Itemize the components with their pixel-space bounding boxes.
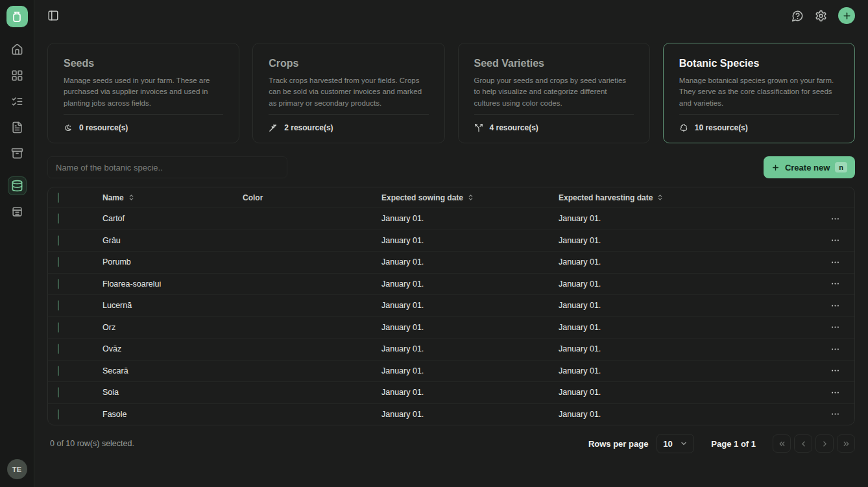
row-sowing-date: January 01. [381,323,559,332]
help-chat-icon[interactable] [791,10,804,22]
row-checkbox[interactable] [58,322,59,333]
row-name: Porumb [102,257,243,267]
select-all-checkbox[interactable] [58,193,59,203]
card-count: 10 resource(s) [695,123,748,132]
card-crops[interactable]: Crops Track crops harvested from your fi… [252,43,444,143]
row-actions-button[interactable] [829,343,841,355]
row-checkbox[interactable] [58,409,59,420]
home-icon[interactable] [8,40,27,59]
chevron-down-icon [680,440,688,447]
sort-icon [467,194,474,201]
storage-box-icon[interactable] [8,202,27,221]
ellipsis-icon [830,344,840,354]
topbar-actions [791,7,855,24]
row-harvesting-date: January 01. [559,366,818,375]
database-icon[interactable] [8,176,27,195]
row-checkbox[interactable] [58,366,59,376]
row-harvesting-date: January 01. [559,410,818,419]
row-checkbox[interactable] [58,279,59,289]
row-checkbox[interactable] [58,300,59,311]
first-page-button[interactable] [773,434,791,453]
rows-per-page-label: Rows per page [588,439,648,449]
last-page-button[interactable] [837,434,855,453]
row-harvesting-date: January 01. [559,323,818,332]
card-description: Manage botanical species grown on your f… [679,75,839,109]
ellipsis-icon [830,214,840,224]
row-name: Ovăz [102,344,243,353]
chevron-left-icon [799,440,808,448]
row-sowing-date: January 01. [381,344,559,353]
row-checkbox[interactable] [58,344,59,354]
row-checkbox[interactable] [58,257,59,267]
create-new-button[interactable]: Create new n [764,156,855,178]
table-row: Fasole January 01. January 01. [48,403,854,425]
row-actions-button[interactable] [829,364,841,377]
row-checkbox[interactable] [58,213,59,224]
app-logo-jar-icon[interactable] [6,6,28,27]
plus-icon [842,11,852,21]
table-row: Orz January 01. January 01. [48,316,854,339]
row-actions-button[interactable] [829,300,841,312]
card-botanic-species[interactable]: Botanic Species Manage botanical species… [663,43,855,143]
table-row: Secară January 01. January 01. [48,360,854,382]
tree-icon [679,123,688,132]
user-avatar[interactable]: TE [7,459,27,479]
table-row: Porumb January 01. January 01. [48,251,854,273]
column-header-name[interactable]: Name [102,193,243,202]
gear-icon[interactable] [815,10,827,22]
row-harvesting-date: January 01. [559,214,818,223]
previous-page-button[interactable] [794,434,812,453]
document-icon[interactable] [8,118,27,137]
card-description: Manage seeds used in your farm. These ar… [64,75,223,109]
card-seed-varieties[interactable]: Seed Varieties Group your seeds and crop… [458,43,650,143]
row-harvesting-date: January 01. [559,344,818,353]
pagination [773,434,855,453]
sidebar-toggle-icon[interactable] [47,10,59,21]
row-sowing-date: January 01. [381,236,559,245]
row-sowing-date: January 01. [381,366,559,375]
card-title: Seed Varieties [474,58,634,69]
split-branch-icon [474,123,483,132]
row-name: Fasole [102,410,243,419]
column-header-harvesting-date[interactable]: Expected harvesting date [559,193,818,202]
chevrons-right-icon [842,440,850,448]
page-indicator: Page 1 of 1 [711,439,756,449]
row-checkbox[interactable] [58,387,59,398]
seeds-icon [64,123,73,132]
quick-add-button[interactable] [838,7,855,24]
card-count: 0 resource(s) [79,123,128,132]
row-actions-button[interactable] [829,234,841,246]
next-page-button[interactable] [815,434,834,453]
plus-icon [771,163,780,172]
card-seeds[interactable]: Seeds Manage seeds used in your farm. Th… [47,43,239,143]
row-harvesting-date: January 01. [559,257,818,267]
archive-box-icon[interactable] [8,144,27,163]
ellipsis-icon [830,235,840,245]
row-actions-button[interactable] [829,386,841,399]
row-actions-button[interactable] [829,321,841,333]
column-header-sowing-date[interactable]: Expected sowing date [381,193,559,202]
row-actions-button[interactable] [829,408,841,420]
row-checkbox[interactable] [58,235,59,246]
row-actions-button[interactable] [829,278,841,290]
dashboard-grid-icon[interactable] [8,66,27,85]
row-sowing-date: January 01. [381,257,559,267]
table-row: Floarea-soarelui January 01. January 01. [48,273,854,295]
rows-per-page-select[interactable]: 10 [657,434,694,453]
row-actions-button[interactable] [829,256,841,268]
card-count: 4 resource(s) [490,123,538,132]
task-list-icon[interactable] [8,92,27,111]
ellipsis-icon [830,257,840,267]
ellipsis-icon [830,301,840,311]
sidebar: TE [0,0,34,487]
row-actions-button[interactable] [829,213,841,225]
search-input[interactable] [47,156,287,178]
create-new-label: Create new [785,163,830,172]
table-footer: 0 of 10 row(s) selected. Rows per page 1… [47,433,855,454]
row-sowing-date: January 01. [381,410,559,419]
row-harvesting-date: January 01. [559,279,818,289]
chevron-right-icon [821,440,829,448]
row-name: Orz [102,323,243,332]
row-harvesting-date: January 01. [559,236,818,245]
card-count: 2 resource(s) [284,123,333,132]
